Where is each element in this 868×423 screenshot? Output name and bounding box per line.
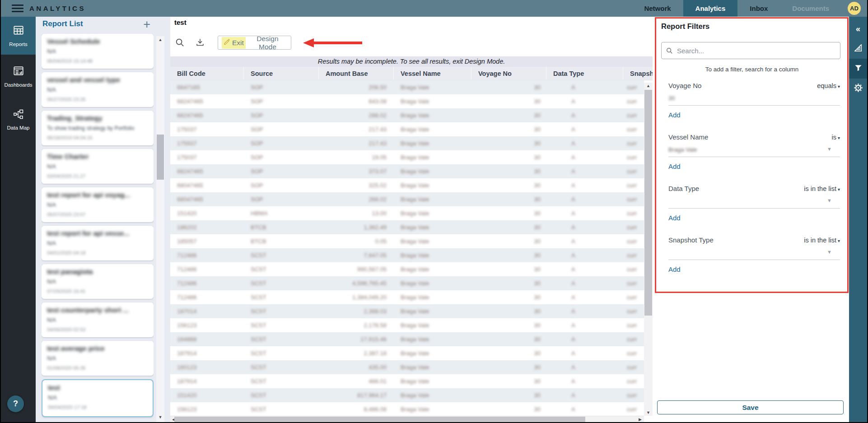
- table-row[interactable]: 68247465SOP643.08Braga Vale30Acurr: [170, 94, 644, 108]
- search-icon[interactable]: [175, 37, 185, 50]
- table-row[interactable]: 164868SCST17,915.46Braga Vale30Acurr: [170, 332, 644, 346]
- report-card-list: Vessel ScheduleN/A06/04/2019 15:14:48ves…: [42, 34, 154, 422]
- filter-add-link[interactable]: Add: [668, 163, 681, 170]
- exit-design-mode-button[interactable]: Exit Design Mode: [218, 36, 291, 50]
- report-card[interactable]: Trading_StrategyTo show trading strategy…: [42, 111, 154, 145]
- scrollbar-thumb[interactable]: [174, 417, 585, 423]
- table-vertical-scrollbar[interactable]: ▲ ▼: [644, 83, 653, 416]
- sidebar-item-data-map[interactable]: Data Map: [1, 102, 36, 138]
- report-card-date: 05/07/2020 23:07: [47, 212, 148, 217]
- chip-remove-icon[interactable]: x: [668, 198, 678, 204]
- report-card[interactable]: test average priceN/A01/08/2020 06:35: [42, 341, 154, 376]
- table-row[interactable]: 712486SCST1,384,049.20Braga Vale30Acurr: [170, 290, 644, 304]
- table-row[interactable]: 151420SCST817,964.17Braga Vale30Acurr: [170, 388, 644, 402]
- table-cell: 175937: [170, 136, 244, 150]
- scrollbar-thumb[interactable]: [644, 90, 652, 316]
- report-list-scrollbar[interactable]: ▲ ▼: [156, 36, 164, 422]
- filter-add-link[interactable]: Add: [668, 214, 681, 222]
- column-header[interactable]: Voyage No: [471, 67, 546, 80]
- scroll-down-icon[interactable]: ▼: [644, 410, 653, 415]
- filter-search: [661, 42, 843, 59]
- filter-operator-dropdown[interactable]: equals▾: [817, 82, 840, 89]
- report-card[interactable]: test counterparty short ...N/A04/06/2020…: [42, 302, 154, 337]
- table-row[interactable]: 712486SCST990,567.05Braga Vale30Acurr: [170, 262, 644, 276]
- filter-add-link[interactable]: Add: [668, 111, 681, 119]
- report-card-title: Trading_Strategy: [47, 114, 148, 122]
- settings-button[interactable]: [849, 79, 867, 98]
- table-row[interactable]: 187914SCST466.01Braga Vale30Acurr: [170, 374, 644, 388]
- table-row[interactable]: 175937SOP217.43Braga Vale30Acurr: [170, 136, 644, 150]
- filter-search-input[interactable]: [661, 42, 840, 59]
- sidebar-item-label: Reports: [9, 42, 27, 47]
- scroll-up-icon[interactable]: ▲: [644, 84, 653, 88]
- save-button[interactable]: Save: [657, 400, 844, 414]
- hamburger-menu-icon[interactable]: [12, 5, 23, 12]
- table-row[interactable]: 68247465SOP288.02Braga Vale30Acurr: [170, 108, 644, 122]
- table-row[interactable]: 180123SCST435.00Braga Vale30Acurr: [170, 360, 644, 374]
- help-button[interactable]: ?: [7, 395, 24, 412]
- download-icon[interactable]: [195, 37, 205, 49]
- table-row[interactable]: 156123SCST8,486.08Braga Vale30Acurr: [170, 402, 644, 416]
- column-header[interactable]: Data Type: [546, 67, 623, 80]
- report-card[interactable]: Vessel ScheduleN/A06/04/2019 15:14:48: [42, 34, 154, 69]
- add-report-button[interactable]: +: [143, 17, 150, 32]
- filter-operator-dropdown[interactable]: is in the list▾: [804, 237, 840, 244]
- table-row[interactable]: 187014SCST2,388.03Braga Vale30Acurr: [170, 304, 644, 318]
- scrollbar-thumb[interactable]: [157, 135, 164, 180]
- report-card[interactable]: vessel and vessel typeN/A06/27/2020 23:2…: [42, 72, 154, 107]
- sidebar-item-dashboards[interactable]: Dashboards: [1, 58, 36, 94]
- table-row[interactable]: 68047465SOP268.02Braga Vale30Acurr: [170, 192, 644, 206]
- tab-analytics[interactable]: Analytics: [683, 0, 738, 17]
- table-cell: Braga Vale: [394, 374, 471, 388]
- chip-remove-icon[interactable]: x: [668, 249, 678, 256]
- table-row[interactable]: 68047465SOP325.02Braga Vale30Acurr: [170, 178, 644, 192]
- ruler-tool-button[interactable]: [849, 39, 867, 59]
- column-header[interactable]: Amount Base: [319, 67, 394, 80]
- tab-inbox[interactable]: Inbox: [737, 0, 780, 17]
- table-row[interactable]: 175037SOP19.05Braga Vale30Acurr: [170, 150, 644, 164]
- column-header[interactable]: Snapshot Type: [623, 67, 653, 80]
- filter-value[interactable]: 30: [668, 95, 675, 102]
- filter-value[interactable]: Braga Vale: [668, 146, 697, 153]
- filters-tool-button[interactable]: [849, 59, 867, 79]
- filter-chip[interactable]: xcurrent: [668, 247, 706, 257]
- table-row[interactable]: 186202BTCB1,382.49Braga Vale30Acurr: [170, 220, 644, 234]
- report-card[interactable]: testN/A09/04/2020 17:18: [42, 379, 154, 417]
- tab-network[interactable]: Network: [632, 0, 683, 17]
- column-header[interactable]: Vessel Name: [394, 67, 471, 80]
- table-row[interactable]: 175037SOP217.43Braga Vale30Acurr: [170, 122, 644, 136]
- chevron-down-icon[interactable]: ▼: [827, 146, 832, 152]
- table-row[interactable]: 712486SCST4,598,765.45Braga Vale30Acurr: [170, 276, 644, 290]
- filter-operator-dropdown[interactable]: is in the list▾: [804, 185, 840, 192]
- table-cell: 466.01: [319, 374, 394, 388]
- filter-add-link[interactable]: Add: [668, 265, 681, 273]
- table-row[interactable]: 185057BTCB0.05Braga Vale30Acurr: [170, 234, 644, 248]
- table-row[interactable]: 156123SCST2,178.58Braga Vale30Acurr: [170, 318, 644, 332]
- avatar[interactable]: AD: [848, 2, 861, 15]
- report-title: test: [174, 19, 187, 26]
- table-horizontal-scrollbar[interactable]: ◀ ▶: [170, 416, 644, 423]
- collapse-panel-button[interactable]: «: [849, 19, 867, 39]
- column-header[interactable]: Bill Code: [170, 67, 244, 80]
- sidebar-item-reports[interactable]: Reports: [1, 17, 36, 55]
- column-header[interactable]: Source: [244, 67, 319, 80]
- table-row[interactable]: 712486SCST7,647.05Braga Vale30Acurr: [170, 248, 644, 262]
- scroll-right-icon[interactable]: ▶: [639, 416, 642, 423]
- report-card[interactable]: test report for api voyag...N/A05/07/202…: [42, 187, 154, 222]
- chevron-down-icon[interactable]: ▼: [827, 198, 832, 203]
- report-card[interactable]: test panagiotaN/A07/29/2020 16:41: [42, 264, 154, 299]
- filter-head: Data Typeis in the list▾: [668, 185, 840, 192]
- table-row[interactable]: 68247465SOP373.07Braga Vale30Acurr: [170, 164, 644, 178]
- tab-documents[interactable]: Documents: [780, 0, 841, 17]
- report-card[interactable]: test report for api vesse...N/A04/01/202…: [42, 226, 154, 260]
- report-card[interactable]: Time CharterN/A03/04/2020 21:27: [42, 149, 154, 184]
- filter-operator-dropdown[interactable]: is▾: [831, 134, 840, 141]
- table-row[interactable]: 187914SCST2,387.18Braga Vale30Acurr: [170, 346, 644, 360]
- filter-chip[interactable]: xA: [668, 196, 692, 206]
- scroll-down-icon[interactable]: ▼: [156, 415, 164, 419]
- table-row[interactable]: 151420HBMA13.00Braga Vale30Acurr: [170, 206, 644, 220]
- table-cell: curr: [623, 248, 644, 262]
- scroll-up-icon[interactable]: ▲: [156, 37, 164, 42]
- chevron-down-icon[interactable]: ▼: [827, 249, 832, 255]
- table-row[interactable]: 6647165SOP208.50Braga Vale30Acurr: [170, 80, 644, 94]
